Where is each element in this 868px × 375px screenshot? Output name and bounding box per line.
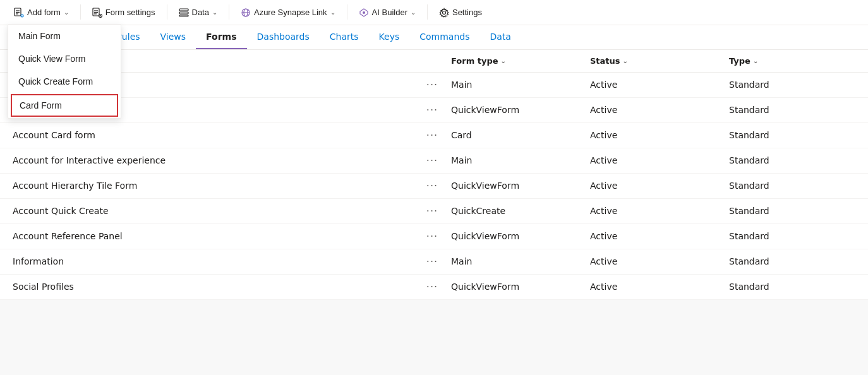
cell-name-8: Social Profiles — [13, 282, 413, 292]
cell-type-1: Standard — [729, 105, 855, 115]
table-row[interactable]: Social Profiles ··· QuickViewForm Active… — [0, 275, 868, 300]
cell-dots-7[interactable]: ··· — [413, 256, 451, 268]
cell-status-7: Active — [590, 256, 729, 266]
cell-formtype-3: Main — [451, 155, 590, 165]
cell-status-0: Active — [590, 80, 729, 90]
add-form-label: Add form — [27, 8, 61, 17]
cell-formtype-6: QuickViewForm — [451, 231, 590, 241]
table-row[interactable]: account card ··· QuickViewForm Active St… — [0, 98, 868, 123]
ai-builder-button[interactable]: AI Builder ⌄ — [353, 4, 422, 21]
cell-formtype-8: QuickViewForm — [451, 282, 590, 292]
toolbar: Add form ⌄ Form settings Data — [0, 0, 868, 25]
dropdown-quick-view-form[interactable]: Quick View Form — [8, 47, 121, 70]
ai-builder-chevron-icon: ⌄ — [411, 9, 416, 16]
content-area: Form type ⌄ Status ⌄ Type ⌄ Account ··· … — [0, 50, 868, 300]
add-form-dropdown: Main Form Quick View Form Quick Create F… — [8, 24, 121, 119]
table-header: Form type ⌄ Status ⌄ Type ⌄ — [0, 50, 868, 73]
tab-data[interactable]: Data — [480, 25, 521, 49]
col-header-type[interactable]: Type ⌄ — [729, 56, 855, 66]
cell-name-3: Account for Interactive experience — [13, 155, 413, 165]
tab-charts[interactable]: Charts — [320, 25, 369, 49]
cell-type-7: Standard — [729, 256, 855, 266]
cell-type-2: Standard — [729, 130, 855, 140]
svg-rect-15 — [179, 15, 188, 16]
toolbar-separator-5 — [427, 4, 428, 20]
cell-dots-5[interactable]: ··· — [413, 205, 451, 217]
cell-name-2: Account Card form — [13, 130, 413, 140]
settings-button[interactable]: Settings — [433, 4, 488, 21]
azure-synapse-label: Azure Synapse Link — [254, 8, 327, 17]
dropdown-quick-create-form[interactable]: Quick Create Form — [8, 70, 121, 93]
azure-synapse-chevron-icon: ⌄ — [330, 9, 335, 16]
cell-type-4: Standard — [729, 181, 855, 191]
col-status-label: Status — [590, 56, 620, 66]
cell-status-8: Active — [590, 282, 729, 292]
cell-status-6: Active — [590, 231, 729, 241]
col-formtype-label: Form type — [451, 56, 498, 66]
azure-synapse-icon — [241, 7, 251, 18]
cell-name-6: Account Reference Panel — [13, 231, 413, 241]
add-form-chevron-icon: ⌄ — [64, 9, 69, 16]
cell-type-3: Standard — [729, 155, 855, 165]
settings-label: Settings — [452, 8, 482, 17]
tab-dashboards[interactable]: Dashboards — [247, 25, 320, 49]
settings-gear-icon — [439, 7, 449, 18]
table-row[interactable]: Account Quick Create ··· QuickCreate Act… — [0, 199, 868, 224]
tab-commands[interactable]: Commands — [409, 25, 479, 49]
table-row[interactable]: Information ··· Main Active Standard — [0, 249, 868, 275]
toolbar-separator-3 — [229, 4, 229, 20]
cell-dots-6[interactable]: ··· — [413, 230, 451, 242]
cell-formtype-7: Main — [451, 256, 590, 266]
data-label: Data — [192, 8, 209, 17]
svg-rect-13 — [179, 9, 188, 11]
data-icon — [179, 7, 189, 18]
svg-point-12 — [100, 15, 101, 16]
cell-formtype-4: QuickViewForm — [451, 181, 590, 191]
azure-synapse-button[interactable]: Azure Synapse Link ⌄ — [234, 4, 342, 21]
add-form-button[interactable]: Add form ⌄ — [8, 4, 75, 21]
svg-point-19 — [363, 11, 365, 14]
table-row[interactable]: Account Reference Panel ··· QuickViewFor… — [0, 224, 868, 249]
cell-status-4: Active — [590, 181, 729, 191]
cell-dots-3[interactable]: ··· — [413, 155, 451, 167]
table-row[interactable]: Account for Interactive experience ··· M… — [0, 148, 868, 174]
col-type-label: Type — [729, 56, 750, 66]
cell-type-5: Standard — [729, 206, 855, 216]
cell-type-0: Standard — [729, 80, 855, 90]
col-header-formtype[interactable]: Form type ⌄ — [451, 56, 590, 66]
form-settings-label: Form settings — [105, 8, 155, 17]
cell-dots-4[interactable]: ··· — [413, 180, 451, 192]
table-row[interactable]: Account Hierarchy Tile Form ··· QuickVie… — [0, 174, 868, 199]
toolbar-separator-4 — [347, 4, 347, 20]
cell-status-2: Active — [590, 130, 729, 140]
cell-dots-2[interactable]: ··· — [413, 129, 451, 141]
cell-formtype-2: Card — [451, 130, 590, 140]
ai-builder-icon — [359, 7, 369, 18]
cell-status-1: Active — [590, 105, 729, 115]
form-settings-icon — [92, 7, 102, 18]
cell-name-5: Account Quick Create — [13, 206, 413, 216]
cell-dots-0[interactable]: ··· — [413, 79, 451, 91]
cell-type-6: Standard — [729, 231, 855, 241]
col-header-status[interactable]: Status ⌄ — [590, 56, 729, 66]
tab-views[interactable]: Views — [150, 25, 196, 49]
data-button[interactable]: Data ⌄ — [172, 4, 224, 21]
form-settings-button[interactable]: Form settings — [86, 4, 162, 21]
dropdown-card-form[interactable]: Card Form — [11, 94, 118, 117]
col-type-sort-icon: ⌄ — [753, 57, 758, 64]
cell-name-7: Information — [13, 256, 413, 266]
table-row[interactable]: Account ··· Main Active Standard — [0, 73, 868, 98]
add-form-icon — [14, 7, 24, 18]
cell-status-3: Active — [590, 155, 729, 165]
nav-tabs: Columns Business rules Views Forms Dashb… — [0, 25, 868, 50]
cell-dots-1[interactable]: ··· — [413, 104, 451, 116]
table-body: Account ··· Main Active Standard account… — [0, 73, 868, 300]
data-chevron-icon: ⌄ — [212, 9, 217, 16]
tab-keys[interactable]: Keys — [369, 25, 410, 49]
col-status-sort-icon: ⌄ — [623, 57, 628, 64]
toolbar-separator-1 — [80, 4, 81, 20]
cell-dots-8[interactable]: ··· — [413, 281, 451, 293]
table-row[interactable]: Account Card form ··· Card Active Standa… — [0, 123, 868, 148]
tab-forms[interactable]: Forms — [196, 25, 246, 49]
dropdown-main-form[interactable]: Main Form — [8, 25, 121, 47]
